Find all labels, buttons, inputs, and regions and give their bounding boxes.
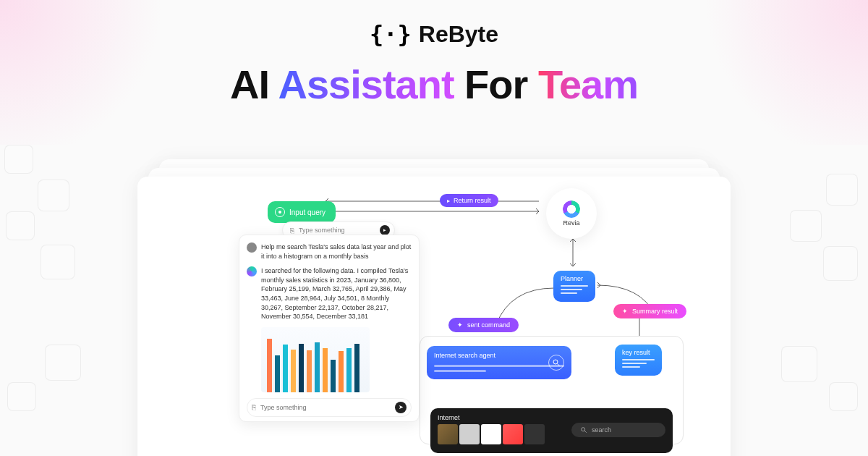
svg-point-7 [553,360,558,364]
headline-word-1: AI [230,62,269,107]
svg-line-10 [584,431,587,433]
internet-thumbnails [438,424,566,444]
bg-gradient-top-right [687,0,868,145]
revia-logo: Revia [546,188,597,239]
chat-input-container[interactable]: ⎘ ➤ [247,398,412,417]
placeholder-line [434,370,486,372]
user-circle-icon [275,207,285,217]
bg-square [790,210,822,242]
sent-command-chip[interactable]: sent command [448,318,519,332]
lines-icon [622,359,655,368]
planner-chip[interactable]: Planner [553,271,595,302]
chat-message-user: Help me search Tesla's sales data last y… [247,242,412,261]
internet-search-input[interactable]: search [571,423,665,437]
chat-panel: Help me search Tesla's sales data last y… [239,235,420,422]
bg-square [41,245,75,279]
arrow-line [326,197,542,219]
chat-input[interactable] [260,404,391,411]
input-query-chip[interactable]: Input query [268,201,336,223]
send-button[interactable]: ➤ [395,402,407,413]
bg-square [4,145,33,174]
headline-word-4: Team [538,62,638,107]
revia-name: Revia [563,219,579,227]
key-result-chip[interactable]: key result [615,345,662,376]
bg-square [38,180,69,211]
internet-panel: Internet search [430,408,673,453]
search-agent-card[interactable]: Internet search agent [427,346,571,379]
return-result-label: Return result [454,197,491,204]
bg-square [45,345,81,381]
internet-search-placeholder: search [592,426,611,434]
key-result-label: key result [622,349,650,356]
chat-user-text: Help me search Tesla's sales data last y… [261,242,412,261]
summary-result-chip[interactable]: Summary result [613,304,686,318]
placeholder-line [434,365,564,367]
brand-name: ReByte [419,21,498,48]
bg-square [823,246,858,281]
result-thumb[interactable] [459,424,480,444]
bg-square [826,174,858,206]
sent-command-label: sent command [467,321,510,329]
type-something-label: Type something [299,227,345,234]
brand-logo-icon: {·} [370,20,412,48]
svg-line-8 [558,364,560,366]
paperclip-icon[interactable]: ⎘ [252,402,256,413]
result-thumb[interactable] [503,424,523,444]
headline-word-3: For [464,62,527,107]
result-thumb[interactable] [481,424,501,444]
search-agent-label: Internet search agent [434,352,495,359]
revia-avatar-icon [247,266,257,276]
chat-message-assistant: I searched for the following data. I com… [247,266,412,321]
canvas-front-card: Input query ⎘ Type something ▸ Return re… [137,177,731,456]
svg-point-9 [582,428,585,431]
user-avatar-icon [247,242,257,253]
bg-gradient-top-left [0,0,181,145]
summary-result-label: Summary result [632,308,678,315]
bg-square [6,211,35,240]
canvas-stack: Input query ⎘ Type something ▸ Return re… [137,159,731,456]
planner-label: Planner [561,275,583,282]
bg-square [829,382,858,411]
lines-icon [561,285,588,294]
return-result-chip[interactable]: Return result [440,194,498,207]
headline-word-2: Assistant [278,62,454,107]
send-arrow-icon[interactable]: ▸ [380,225,390,235]
search-icon [580,426,587,434]
revia-mark-icon [563,200,580,218]
chat-assistant-text: I searched for the following data. I com… [261,266,412,321]
result-thumb[interactable] [438,424,458,444]
bg-square [7,382,36,411]
paperclip-icon: ⎘ [290,227,294,235]
internet-label: Internet [438,414,566,421]
search-icon [548,355,564,371]
bg-square [781,346,817,382]
histogram-chart [261,327,370,392]
arrow-line [569,239,577,269]
input-query-label: Input query [289,208,326,216]
result-thumb[interactable] [524,424,545,444]
